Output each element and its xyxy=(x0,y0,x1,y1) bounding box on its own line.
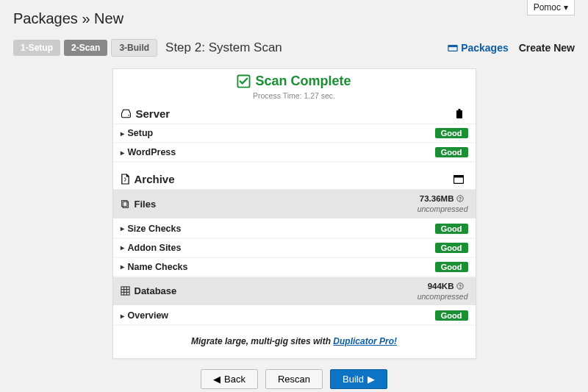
scan-header: Scan Complete Process Time: 1.27 sec. xyxy=(113,69,476,101)
status-badge: Good xyxy=(435,262,468,272)
row-name-checks[interactable]: ▸ Name Checks Good xyxy=(113,258,476,277)
help-icon[interactable]: ? xyxy=(456,282,464,290)
subsection-files-label: Files xyxy=(135,199,157,210)
caret-right-icon: ▸ xyxy=(121,263,124,271)
svg-rect-15 xyxy=(121,287,129,295)
status-badge: Good xyxy=(435,243,468,253)
row-setup-label: Setup xyxy=(128,128,154,138)
window-icon xyxy=(453,175,464,184)
subsection-database-label: Database xyxy=(135,285,177,296)
row-addon-sites-label: Addon Sites xyxy=(128,243,182,253)
status-badge: Good xyxy=(435,147,468,157)
row-setup[interactable]: ▸ Setup Good xyxy=(113,124,476,143)
triangle-right-icon: ▶ xyxy=(368,374,375,385)
promo-text: Migrate large, multi-gig sites with Dupl… xyxy=(113,326,476,358)
build-button-label: Build xyxy=(343,374,364,385)
step-pill-scan[interactable]: 2-Scan xyxy=(64,40,107,56)
archive-icon xyxy=(448,43,458,53)
chevron-down-icon: ▾ xyxy=(564,2,568,13)
row-wordpress-label: WordPress xyxy=(128,147,176,157)
battery-icon xyxy=(455,109,464,119)
subsection-files: Files 73.36MB ? uncompressed xyxy=(113,190,476,220)
step-pill-build[interactable]: 3-Build xyxy=(111,39,157,57)
section-server: Server xyxy=(113,101,476,124)
breadcrumb: Packages » New xyxy=(0,0,588,29)
promo-link[interactable]: Duplicator Pro! xyxy=(333,336,397,346)
svg-rect-7 xyxy=(125,179,126,180)
files-size: 73.36MB xyxy=(420,194,454,204)
svg-text:?: ? xyxy=(458,283,461,288)
status-badge: Good xyxy=(435,128,468,138)
copy-icon xyxy=(121,199,130,209)
svg-rect-4 xyxy=(456,110,462,118)
section-archive: Archive xyxy=(113,167,476,190)
svg-text:?: ? xyxy=(458,196,461,202)
promo-prefix: Migrate large, multi-gig sites with xyxy=(191,336,333,346)
header-row: 1-Setup 2-Scan 3-Build Step 2: System Sc… xyxy=(0,29,588,61)
scan-complete-title: Scan Complete xyxy=(237,74,351,89)
file-archive-icon xyxy=(121,174,130,185)
row-wordpress[interactable]: ▸ WordPress Good xyxy=(113,143,476,163)
caret-right-icon: ▸ xyxy=(121,312,124,320)
triangle-left-icon: ◀ xyxy=(213,374,220,385)
back-button-label: Back xyxy=(224,374,245,385)
svg-rect-8 xyxy=(124,180,126,181)
row-size-checks-label: Size Checks xyxy=(128,224,182,234)
scan-panel: Scan Complete Process Time: 1.27 sec. Se… xyxy=(112,68,476,359)
subsection-database: Database 944KB ? uncompressed xyxy=(113,277,476,307)
caret-right-icon: ▸ xyxy=(121,129,124,138)
caret-right-icon: ▸ xyxy=(121,243,124,252)
row-overview[interactable]: ▸ Overview Good xyxy=(113,307,476,326)
row-size-checks[interactable]: ▸ Size Checks Good xyxy=(113,220,476,239)
svg-rect-6 xyxy=(124,178,126,179)
row-addon-sites[interactable]: ▸ Addon Sites Good xyxy=(113,239,476,258)
packages-link-label: Packages xyxy=(461,42,509,54)
back-button[interactable]: ◀ Back xyxy=(201,369,258,389)
row-overview-label: Overview xyxy=(128,310,169,321)
step-pill-setup[interactable]: 1-Setup xyxy=(13,40,60,56)
table-icon xyxy=(121,286,130,296)
breadcrumb-separator: » xyxy=(82,10,90,26)
svg-rect-10 xyxy=(453,175,463,177)
help-dropdown-label: Pomoc xyxy=(534,2,561,13)
page-title: Step 2: System Scan xyxy=(165,40,282,55)
process-time: Process Time: 1.27 sec. xyxy=(113,91,476,100)
action-buttons: ◀ Back Rescan Build ▶ xyxy=(112,369,476,389)
hdd-icon xyxy=(121,108,132,119)
breadcrumb-root: Packages xyxy=(13,10,78,26)
section-server-label: Server xyxy=(136,107,171,120)
rescan-button-label: Rescan xyxy=(278,374,310,385)
help-icon[interactable]: ? xyxy=(456,195,464,202)
status-badge: Good xyxy=(435,224,468,234)
help-dropdown[interactable]: Pomoc ▾ xyxy=(527,0,575,15)
svg-rect-1 xyxy=(448,46,457,48)
status-badge: Good xyxy=(435,310,468,321)
row-name-checks-label: Name Checks xyxy=(128,262,188,272)
build-button[interactable]: Build ▶ xyxy=(330,369,387,389)
rescan-button[interactable]: Rescan xyxy=(265,369,323,389)
check-square-icon xyxy=(237,74,251,88)
packages-link[interactable]: Packages xyxy=(448,42,509,54)
breadcrumb-leaf: New xyxy=(94,10,123,26)
svg-point-3 xyxy=(128,115,129,116)
files-size-note: uncompressed xyxy=(417,204,468,213)
svg-rect-5 xyxy=(458,109,460,110)
database-size-note: uncompressed xyxy=(417,292,468,301)
create-new-link[interactable]: Create New xyxy=(519,42,575,54)
section-archive-label: Archive xyxy=(135,173,175,185)
caret-right-icon: ▸ xyxy=(121,224,124,232)
caret-right-icon: ▸ xyxy=(121,149,124,157)
scan-complete-label: Scan Complete xyxy=(255,74,351,89)
database-size: 944KB xyxy=(428,282,454,291)
